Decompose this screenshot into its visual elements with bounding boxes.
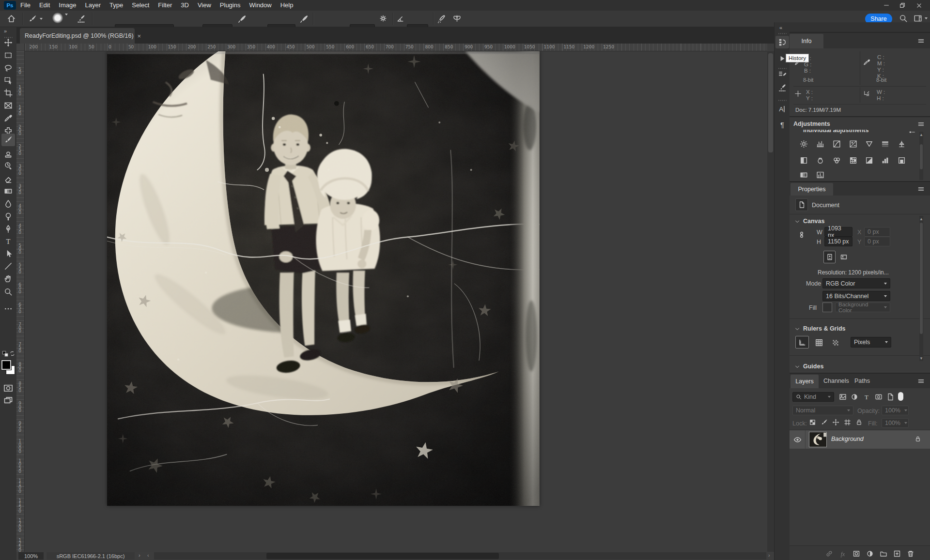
tab-channels[interactable]: Channels (823, 378, 849, 384)
tool-eraser[interactable] (2, 173, 14, 185)
layer-blend-mode-select[interactable]: Normal (792, 406, 853, 415)
rulers-grids-section-header[interactable]: Rulers & Grids (803, 325, 846, 332)
swap-colors-icon[interactable] (2, 350, 9, 357)
lock-pixels-button[interactable] (821, 419, 828, 426)
tool-line[interactable] (2, 260, 14, 272)
tab-layers[interactable]: Layers (790, 375, 819, 388)
swap-arrow-icon[interactable] (9, 350, 16, 357)
color-mode-select[interactable]: RGB Color (822, 278, 890, 288)
orientation-landscape-button[interactable] (837, 251, 850, 263)
menu-type[interactable]: Type (105, 0, 127, 11)
adjustment-color-balance[interactable] (898, 140, 906, 149)
tool-crop[interactable] (2, 87, 14, 99)
adjustment-threshold[interactable] (898, 156, 906, 165)
adjustment-exposure[interactable] (849, 140, 858, 149)
tool-brush[interactable] (2, 134, 14, 146)
airbrush-opacity-button[interactable] (237, 14, 247, 23)
tool-lasso[interactable] (2, 62, 14, 74)
tool-rect-marquee[interactable] (2, 49, 14, 61)
menu-filter[interactable]: Filter (154, 0, 176, 11)
foreground-color-swatch[interactable] (1, 360, 11, 370)
smoothing-options-button[interactable] (379, 14, 388, 23)
vertical-ruler[interactable]: 5 01 0 01 5 02 0 02 5 03 0 03 5 04 0 04 … (16, 51, 25, 552)
new-layer-button[interactable] (893, 550, 901, 558)
document-image[interactable] (107, 51, 540, 506)
tool-gradient[interactable] (2, 185, 14, 197)
tool-preset-brush[interactable] (28, 15, 43, 23)
lock-artboard-button[interactable] (844, 419, 851, 426)
panel-button-history-panel[interactable] (778, 38, 787, 46)
new-group-button[interactable] (880, 550, 887, 558)
add-layer-mask-button[interactable] (852, 550, 860, 558)
guides-section-chevron[interactable] (794, 364, 800, 370)
layer-styles-button[interactable]: fx (839, 550, 847, 558)
menu-help[interactable]: Help (276, 0, 298, 11)
rulers-section-chevron[interactable] (794, 326, 800, 332)
tool-type[interactable]: T (2, 235, 14, 247)
link-dimensions-icon[interactable] (797, 230, 806, 239)
collapse-panels-icon[interactable]: « (779, 25, 782, 30)
delete-layer-button[interactable] (907, 550, 914, 558)
tool-frame[interactable] (2, 100, 14, 111)
layer-opacity-field[interactable]: 100% (882, 406, 909, 415)
panel-button-brushes[interactable] (778, 83, 787, 92)
symmetry-button[interactable] (452, 14, 462, 23)
adjustment-photo-filter[interactable] (816, 156, 825, 165)
tool-pen[interactable] (2, 223, 14, 235)
tab-info[interactable]: Info (790, 34, 823, 48)
tool-blur[interactable] (2, 198, 14, 210)
tool-dodge[interactable] (2, 211, 14, 222)
canvas-section-header[interactable]: Canvas (803, 218, 824, 225)
adjustment-invert[interactable] (865, 156, 874, 165)
bit-depth-select[interactable]: 16 Bits/Channel (822, 291, 890, 301)
canvas-height-field[interactable]: 1150 px (824, 237, 852, 246)
canvas-y-field[interactable]: 0 px (864, 237, 890, 246)
layer-filter-select[interactable]: Kind (792, 392, 834, 402)
airbrush-button[interactable] (299, 14, 309, 23)
lock-all-button[interactable] (855, 419, 863, 426)
panel-button-tool-presets[interactable] (778, 70, 787, 78)
hscroll-thumb[interactable] (266, 553, 499, 559)
orientation-portrait-button[interactable] (823, 251, 836, 263)
menu-edit[interactable]: Edit (35, 0, 54, 11)
menu-window[interactable]: Window (245, 0, 276, 11)
menu-select[interactable]: Select (127, 0, 154, 11)
home-button[interactable] (7, 14, 16, 23)
status-expand-icon[interactable]: › (139, 552, 140, 558)
fill-type-select[interactable]: Background Color (835, 303, 890, 312)
cmyk-eyedropper-icon[interactable] (863, 58, 870, 65)
quick-mask-button[interactable] (3, 383, 13, 393)
tool-move[interactable] (2, 37, 14, 48)
tool-history-brush[interactable] (2, 160, 14, 172)
close-button[interactable] (910, 0, 928, 11)
scroll-up-icon[interactable]: ▲ (919, 217, 923, 221)
filter-pixel-layers-button[interactable] (839, 393, 847, 401)
filter-shape-layers-button[interactable] (875, 393, 883, 401)
chevron-down-icon[interactable] (65, 14, 68, 23)
layer-lock-badge[interactable] (914, 436, 921, 442)
adjustment-channel-mixer[interactable] (833, 156, 841, 165)
filter-smart-objects-button[interactable] (886, 393, 894, 401)
menu-view[interactable]: View (193, 0, 216, 11)
layer-fill-field[interactable]: 100% (882, 418, 909, 428)
fill-color-swatch[interactable] (822, 303, 832, 312)
link-layers-button[interactable] (825, 550, 833, 558)
zoom-level-field[interactable]: 100% (18, 552, 44, 560)
toggle-transparency-button[interactable] (829, 337, 842, 348)
layer-name[interactable]: Background (831, 436, 864, 442)
tool-object-selection[interactable] (2, 75, 14, 86)
layer-thumbnail[interactable] (809, 432, 827, 447)
scroll-up-icon[interactable]: ▲ (919, 133, 923, 137)
toggle-brush-panel[interactable] (77, 14, 86, 23)
adjustment-vibrance[interactable] (865, 140, 874, 149)
lock-position-button[interactable] (832, 419, 839, 426)
tool-edit-toolbar[interactable] (2, 303, 14, 315)
tab-properties[interactable]: Properties (790, 183, 833, 196)
tool-clone-stamp[interactable] (2, 148, 14, 160)
new-adjustment-layer-button[interactable] (866, 550, 874, 558)
tool-eyedropper[interactable] (2, 112, 14, 123)
filter-adjustment-layers-button[interactable] (851, 393, 858, 401)
info-panel-menu[interactable] (917, 37, 925, 45)
menu-image[interactable]: Image (54, 0, 80, 11)
tab-paths[interactable]: Paths (854, 378, 870, 384)
